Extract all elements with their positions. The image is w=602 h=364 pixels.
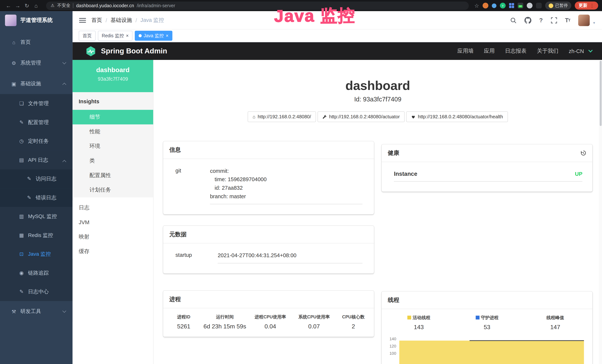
chevron-down-icon bbox=[63, 60, 66, 64]
breadcrumb-infrastructure[interactable]: 基础设施 bbox=[110, 17, 132, 23]
threads-legend: 活动线程 143 守护进程 53 线程峰值 147 bbox=[382, 309, 592, 331]
log-icon: ▤ bbox=[18, 157, 24, 163]
menu-kebab-icon[interactable]: ⋮ bbox=[590, 3, 594, 8]
sidebar-item-config-mgmt[interactable]: ✎配置管理 bbox=[0, 113, 73, 132]
sidebar-item-system-mgmt[interactable]: ⚙系统管理 bbox=[0, 53, 73, 74]
back-icon[interactable]: ← bbox=[4, 2, 13, 9]
extension-icon-5[interactable]: on bbox=[517, 3, 523, 8]
sidebar-item-mysql-monitor[interactable]: ▥MySQL 监控 bbox=[0, 207, 73, 226]
warning-icon: ⚠ bbox=[51, 3, 54, 8]
scrollbar-thumb[interactable] bbox=[600, 61, 602, 126]
monitor-icon: ▣ bbox=[11, 81, 17, 86]
info-value: commit: time: 1596289704000 id: 27aa832 … bbox=[210, 167, 363, 204]
metadata-key: startup bbox=[175, 251, 218, 263]
help-icon[interactable]: ? bbox=[539, 17, 543, 23]
sidebar-item-log-center[interactable]: ✎日志中心 bbox=[0, 282, 73, 301]
health-instance-label[interactable]: Instance bbox=[394, 171, 417, 177]
close-icon[interactable]: × bbox=[166, 33, 169, 38]
sba-menu-mappings[interactable]: 映射 bbox=[73, 230, 153, 244]
sidebar-item-api-logs[interactable]: ▤API 日志 bbox=[0, 150, 73, 169]
live-threads: 活动线程 143 bbox=[385, 315, 453, 331]
sidebar-item-dev-tools[interactable]: ⚒研发工具 bbox=[0, 301, 73, 322]
breadcrumb-home[interactable]: 首页 bbox=[91, 17, 102, 23]
url-host: dashboard.yudao.iocoder.cn bbox=[76, 3, 134, 8]
update-button[interactable]: 更新 ⋮ bbox=[575, 1, 598, 10]
sidebar-item-infrastructure[interactable]: ▣基础设施 bbox=[0, 74, 73, 94]
status-badge: UP bbox=[575, 171, 582, 177]
header-actions: ? TT ▾ bbox=[510, 14, 602, 26]
sba-menu-section-label: Insights bbox=[73, 92, 153, 110]
sba-brand-title[interactable]: Spring Boot Admin bbox=[101, 47, 167, 55]
user-avatar[interactable] bbox=[578, 14, 590, 26]
github-icon[interactable] bbox=[524, 17, 531, 23]
sba-menu-scheduled-tasks[interactable]: 计划任务 bbox=[73, 183, 153, 197]
paused-badge[interactable]: 已暂停 bbox=[545, 1, 571, 10]
tools-icon: ⚒ bbox=[11, 309, 17, 314]
info-key: git bbox=[175, 167, 210, 204]
search-icon[interactable] bbox=[510, 17, 516, 23]
avatar-caret-icon[interactable]: ▾ bbox=[593, 21, 595, 25]
forward-icon[interactable]: → bbox=[13, 2, 22, 9]
sidebar-item-java-monitor[interactable]: ⊡Java 监控 bbox=[0, 245, 73, 263]
gear-icon: ⚙ bbox=[11, 60, 17, 66]
threads-chart: 140 120 100 bbox=[382, 335, 592, 364]
metadata-card-body: startup 2021-04-27T00:44:31.254+08:00 bbox=[163, 244, 374, 274]
page-scrollbar[interactable] bbox=[599, 60, 602, 364]
sba-menu-details[interactable]: 细节 bbox=[73, 110, 153, 124]
sba-menu-jvm[interactable]: JVM bbox=[73, 215, 153, 230]
sba-menu-config-properties[interactable]: 配置属性 bbox=[73, 168, 153, 183]
tab-java-monitor[interactable]: Java 监控× bbox=[135, 31, 172, 41]
sba-header: Spring Boot Admin 应用墙 应用 日志报表 关于我们 zh-CN bbox=[73, 42, 602, 60]
home-icon[interactable]: ⌂ bbox=[32, 2, 41, 9]
tab-home[interactable]: 首页 bbox=[79, 31, 96, 41]
sba-menu-environment[interactable]: 环境 bbox=[73, 139, 153, 154]
sba-nav-language[interactable]: zh-CN bbox=[569, 48, 584, 54]
health-url-link[interactable]: http://192.168.0.2:48080/actuator/health bbox=[406, 111, 508, 122]
extension-icon-2[interactable] bbox=[492, 3, 496, 8]
sba-nav-about[interactable]: 关于我们 bbox=[537, 48, 559, 54]
sidebar-item-access-logs[interactable]: ✎访问日志 bbox=[0, 169, 73, 188]
extension-icon-3[interactable]: v bbox=[500, 3, 505, 8]
app-logo[interactable]: 芋道管理系统 bbox=[0, 11, 73, 30]
sidebar-item-file-mgmt[interactable]: ❏文件管理 bbox=[0, 94, 73, 113]
service-url-link[interactable]: ⌂ http://192.168.0.2:48080/ bbox=[247, 111, 316, 122]
sba-nav-wallboard[interactable]: 应用墙 bbox=[457, 48, 473, 54]
chart-area-fill bbox=[399, 341, 584, 364]
sba-nav: 应用墙 应用 日志报表 关于我们 zh-CN bbox=[457, 48, 592, 54]
actuator-url-link[interactable]: http://192.168.0.2:48080/actuator bbox=[318, 111, 405, 122]
sba-menu-caches[interactable]: 缓存 bbox=[73, 244, 153, 259]
hamburger-icon[interactable] bbox=[79, 17, 86, 23]
health-card-body: Instance UP bbox=[382, 162, 592, 192]
paused-label: 已暂停 bbox=[555, 3, 568, 8]
language-caret-icon[interactable] bbox=[588, 48, 592, 53]
system-cpu: 系统CPU使用率0.07 bbox=[292, 314, 336, 330]
font-size-icon[interactable]: TT bbox=[565, 17, 570, 23]
extension-icon-7[interactable] bbox=[536, 3, 542, 8]
sidebar-item-error-logs[interactable]: ✎错误日志 bbox=[0, 188, 73, 207]
sidebar-item-tracing[interactable]: ◉链路追踪 bbox=[0, 264, 73, 282]
close-icon[interactable]: × bbox=[126, 33, 129, 38]
extension-icon-4[interactable] bbox=[509, 3, 514, 8]
sba-menu-logs[interactable]: 日志 bbox=[73, 201, 153, 215]
tab-redis-monitor[interactable]: Redis 监控× bbox=[98, 31, 132, 41]
sba-menu-classes[interactable]: 类 bbox=[73, 153, 153, 168]
reload-icon[interactable]: ↻ bbox=[22, 2, 32, 9]
bookmark-star-icon[interactable]: ☆ bbox=[474, 2, 479, 9]
sba-nav-applications[interactable]: 应用 bbox=[484, 48, 495, 54]
history-icon[interactable] bbox=[580, 150, 586, 156]
fullscreen-icon[interactable] bbox=[551, 17, 557, 23]
address-bar[interactable]: ⚠ 不安全 dashboard.yudao.iocoder.cn/infra/a… bbox=[46, 1, 469, 10]
sidebar-item-scheduled-tasks[interactable]: ◷定时任务 bbox=[0, 132, 73, 150]
error-log-icon: ✎ bbox=[26, 195, 32, 201]
sidebar-item-home[interactable]: ⌂首页 bbox=[0, 32, 73, 53]
left-column: 信息 git commit: time: 1596289704000 id: 2… bbox=[163, 141, 374, 337]
instance-header[interactable]: dashboard 93a3fc7f7409 bbox=[73, 60, 153, 92]
sba-nav-journal[interactable]: 日志报表 bbox=[505, 48, 527, 54]
sba-menu-performance[interactable]: 性能 bbox=[73, 124, 153, 139]
chevron-up-icon bbox=[63, 160, 66, 164]
extension-icon-1[interactable] bbox=[483, 3, 488, 8]
extension-icon-6[interactable] bbox=[527, 3, 532, 8]
live-threads-swatch bbox=[407, 316, 411, 320]
sidebar-item-redis-monitor[interactable]: ▦Redis 监控 bbox=[0, 226, 73, 245]
daemon-threads: 守护进程 53 bbox=[453, 315, 521, 331]
